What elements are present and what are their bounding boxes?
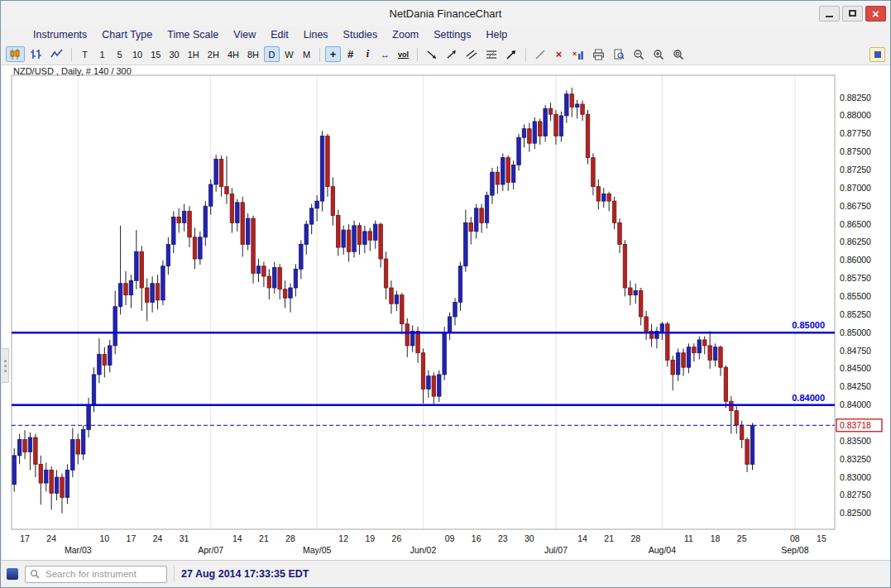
price-axis-label: 0.85750 — [840, 273, 871, 283]
channel-icon — [466, 49, 477, 60]
splitter-handle[interactable] — [2, 348, 9, 383]
x-axis-month-label: Aug/04 — [649, 545, 676, 555]
candle-up — [256, 266, 260, 274]
zoom-reset-button[interactable] — [669, 46, 687, 62]
timeframe-button-m[interactable]: M — [299, 46, 314, 62]
candle-down — [548, 108, 552, 114]
volume-button[interactable]: vol — [395, 46, 412, 62]
candle-up — [12, 456, 16, 485]
candle-down — [337, 216, 340, 247]
minimize-button[interactable] — [819, 6, 840, 22]
arrow-tool-button[interactable] — [502, 46, 520, 62]
candle-down — [39, 464, 42, 483]
menu-edit[interactable]: Edit — [263, 27, 296, 42]
print-button[interactable] — [589, 46, 608, 62]
x-axis-week-label: 24 — [46, 533, 56, 543]
timeframe-button-10[interactable]: 10 — [129, 46, 146, 62]
panel-toggle-button[interactable] — [869, 47, 885, 62]
menu-lines[interactable]: Lines — [296, 27, 336, 42]
menu-view[interactable]: View — [226, 27, 263, 42]
candle-up — [118, 284, 122, 307]
menu-studies[interactable]: Studies — [336, 27, 386, 42]
x-axis-week-label: 28 — [630, 533, 640, 543]
timeframe-button-8h[interactable]: 8H — [244, 46, 262, 62]
candle-down — [177, 217, 180, 222]
info-button[interactable]: i — [360, 46, 376, 62]
crosshair-button[interactable]: + — [325, 46, 341, 62]
x-axis-week-label: 16 — [472, 533, 481, 543]
x-axis-month-label: Apr/07 — [198, 545, 223, 555]
zoom-out-button[interactable] — [630, 46, 648, 62]
candle-up — [246, 218, 249, 244]
candle-down — [225, 187, 228, 194]
x-axis-month-label: Sep/08 — [781, 545, 808, 555]
candle-down — [400, 295, 404, 324]
timeframe-button-5[interactable]: 5 — [112, 46, 127, 62]
delete-studies-button[interactable]: × — [568, 46, 587, 62]
candle-down — [745, 440, 749, 465]
timeframe-button-30[interactable]: 30 — [166, 46, 183, 62]
close-button[interactable]: × — [865, 6, 886, 22]
candle-up — [464, 222, 467, 265]
candle-down — [607, 194, 611, 201]
candle-up — [491, 172, 494, 195]
candle-down — [23, 440, 26, 452]
price-axis-label: 0.84250 — [840, 381, 871, 391]
timeframe-button-t[interactable]: T — [77, 46, 93, 62]
candle-up — [315, 201, 319, 208]
trendline-up-tool-button[interactable] — [443, 46, 461, 62]
x-axis-week-label: 10 — [99, 533, 109, 543]
search-input[interactable] — [44, 568, 162, 580]
menu-help[interactable]: Help — [478, 27, 515, 42]
timeframe-button-15[interactable]: 15 — [147, 46, 164, 62]
timeframe-button-1h[interactable]: 1H — [184, 46, 203, 62]
candle-up — [485, 195, 488, 222]
chart-area: NZD/USD , Daily, # 140 / 300 0.850000.84… — [1, 65, 890, 560]
timeframe-button-w[interactable]: W — [281, 46, 297, 62]
menu-settings[interactable]: Settings — [426, 27, 478, 42]
menu-time-scale[interactable]: Time Scale — [160, 27, 226, 42]
bar-chart-button[interactable] — [26, 46, 46, 62]
grid-button[interactable]: # — [343, 46, 358, 62]
channel-tool-button[interactable] — [462, 46, 481, 62]
candle-down — [554, 114, 558, 136]
candle-down — [618, 222, 621, 244]
candle-up — [511, 165, 515, 182]
app-window: NetDania FinanceChart × InstrumentsChart… — [0, 0, 891, 588]
candle-up — [129, 280, 132, 294]
fibonacci-tool-button[interactable] — [482, 46, 501, 62]
x-axis-week-label: 25 — [737, 533, 747, 543]
x-axis-week-label: 11 — [684, 533, 693, 543]
timeframe-button-d[interactable]: D — [264, 46, 280, 62]
candle-down — [278, 268, 281, 289]
timeframe-button-2h[interactable]: 2H — [204, 46, 223, 62]
delete-lines-button[interactable]: × — [551, 46, 567, 62]
menu-chart-type[interactable]: Chart Type — [94, 27, 160, 42]
menu-instruments[interactable]: Instruments — [26, 27, 94, 42]
x-axis-week-label: 14 — [577, 533, 587, 543]
toolbar-separator — [319, 48, 320, 61]
expand-button[interactable]: ↔ — [377, 46, 393, 62]
price-chart[interactable]: 0.850000.840000.882500.880000.877500.875… — [2, 65, 891, 560]
timeframe-button-4h[interactable]: 4H — [224, 46, 242, 62]
candle-up — [304, 224, 308, 244]
print-preview-button[interactable] — [610, 46, 628, 62]
menu-zoom[interactable]: Zoom — [385, 27, 426, 42]
zoom-in-button[interactable] — [649, 46, 668, 62]
search-box[interactable] — [25, 566, 167, 583]
titlebar[interactable]: NetDania FinanceChart × — [1, 1, 890, 26]
maximize-button[interactable] — [842, 6, 863, 22]
svg-text:×: × — [572, 50, 577, 58]
candle-up — [438, 375, 441, 396]
trendline-tool-button[interactable] — [423, 46, 441, 62]
line-chart-button[interactable] — [47, 46, 66, 62]
candle-up — [713, 347, 716, 361]
candlestick-chart-button[interactable] — [6, 46, 25, 62]
x-axis-month-label: Jun/02 — [410, 545, 437, 555]
x-axis-week-label: 31 — [180, 533, 189, 543]
timeframe-button-1[interactable]: 1 — [94, 46, 110, 62]
freehand-line-button[interactable] — [531, 46, 549, 62]
x-axis-week-label: 15 — [817, 533, 826, 543]
x-axis-week-label: 12 — [338, 533, 348, 543]
candle-down — [506, 158, 510, 183]
